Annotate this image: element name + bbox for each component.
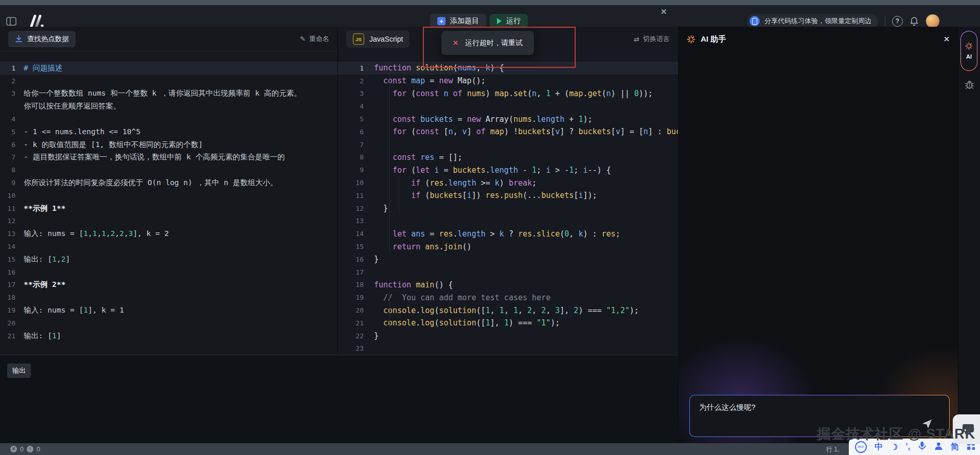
line-number: 10 — [0, 192, 24, 199]
line-number: 10 — [338, 179, 374, 187]
app-logo[interactable] — [28, 14, 44, 28]
indent-guide — [399, 176, 399, 214]
code-line: - 题目数据保证答案唯一，换句话说，数组中前 k 个高频元素的集合是唯一的 — [24, 152, 337, 162]
line-number: 19 — [0, 306, 24, 314]
line-number: 6 — [338, 128, 374, 136]
problem-panel-header: 查找热点数据 ✎ 重命名 — [0, 27, 337, 51]
editor-line[interactable]: 19输入: nums = [1], k = 1 — [0, 304, 337, 317]
line-number: 15 — [0, 256, 24, 263]
editor-line[interactable]: 8 — [0, 163, 337, 176]
line-number: 13 — [0, 230, 24, 238]
ai-assistant-panel: AI 助手 ✕ — [679, 27, 958, 443]
code-line: 给你一个整数数组 nums 和一个整数 k ，请你返回其中出现频率前 k 高的元… — [24, 88, 337, 98]
rename-button[interactable]: ✎ 重命名 — [300, 34, 329, 44]
line-number: 22 — [338, 332, 374, 340]
language-tab[interactable]: JS JavaScript — [346, 30, 409, 48]
pencil-icon: ✎ — [300, 35, 306, 43]
editor-line[interactable]: 1# 问题描述 — [0, 62, 337, 75]
line-number: 14 — [0, 243, 24, 250]
editor-line[interactable]: 13输入: nums = [1,1,1,2,2,3], k = 2 — [0, 227, 337, 240]
code-line: if (res.length >= k) break; — [374, 178, 678, 188]
line-number: 1 — [0, 64, 24, 72]
editor-line[interactable]: 9你所设计算法的时间复杂度必须优于 O(n log n) ，其中 n 是数组大小… — [0, 176, 337, 189]
dark-mode-icon[interactable]: ☽ — [890, 442, 898, 452]
line-number: 14 — [338, 230, 374, 238]
editor-line[interactable]: 14 — [0, 240, 337, 253]
line-number: 20 — [338, 306, 374, 314]
run-label: 运行 — [506, 16, 521, 26]
ai-spark-icon — [687, 35, 696, 44]
swap-arrows-icon: ⇄ — [634, 35, 639, 43]
errors-icon[interactable]: ✕ — [10, 446, 17, 452]
output-close-icon[interactable]: ✕ — [661, 7, 667, 16]
run-button[interactable]: 运行 — [490, 14, 528, 28]
line-number: 21 — [0, 332, 24, 340]
editor-line[interactable]: 2 — [0, 75, 337, 87]
notifications-bell-icon[interactable] — [910, 16, 919, 26]
output-panel: 输出 — [0, 355, 678, 444]
timeout-toast: ✕ 运行超时，请重试 — [441, 31, 534, 55]
editor-line[interactable]: 22} — [338, 330, 678, 342]
switch-language-button[interactable]: ⇄ 切换语言 — [634, 34, 670, 44]
editor-line[interactable]: 18 — [0, 291, 337, 304]
line-number: 17 — [338, 268, 374, 276]
user-avatar[interactable] — [925, 14, 940, 28]
line-number: 16 — [0, 268, 24, 276]
line-number: 8 — [0, 166, 24, 174]
editor-line[interactable]: 3给你一个整数数组 nums 和一个整数 k ，请你返回其中出现频率前 k 高的… — [0, 87, 337, 100]
code-line: } — [374, 331, 678, 340]
editor-line[interactable]: 4 — [0, 113, 337, 125]
gift-icon — [750, 16, 760, 26]
ai-panel-close-icon[interactable]: ✕ — [943, 35, 950, 43]
line-number: 4 — [338, 102, 374, 110]
add-problem-button[interactable]: + 添加题目 — [430, 14, 486, 28]
code-line: **示例 2** — [24, 280, 337, 289]
code-line: // You can add more test cases here — [374, 293, 678, 302]
editor-line[interactable]: 17 — [338, 266, 678, 279]
editor-line[interactable]: 16 — [0, 266, 337, 279]
line-number: 1 — [338, 64, 374, 72]
debug-bug-icon[interactable] — [964, 79, 975, 90]
ai-spark-icon — [965, 42, 973, 50]
help-icon[interactable]: ? — [892, 16, 903, 27]
editor-line[interactable]: 20 — [0, 317, 337, 330]
rename-label: 重命名 — [309, 34, 329, 44]
problem-title: 查找热点数据 — [27, 34, 69, 44]
editor-line[interactable]: 10 — [0, 189, 337, 202]
indent-guide — [389, 292, 390, 329]
editor-line[interactable]: 17**示例 2** — [0, 279, 337, 292]
code-line: return ans.join() — [374, 242, 678, 251]
line-number: 3 — [338, 89, 374, 97]
editor-line[interactable]: 16} — [338, 253, 678, 266]
indent-guide — [389, 75, 390, 253]
ai-assistant-toggle[interactable]: AI — [960, 31, 977, 71]
line-number: 18 — [338, 281, 374, 288]
output-tab[interactable]: 输出 — [7, 363, 31, 378]
toast-message: 运行超时，请重试 — [465, 39, 523, 48]
line-number: 11 — [338, 192, 374, 199]
code-line: for (const n of nums) map.set(n, 1 + (ma… — [374, 89, 678, 98]
sidebar-toggle-icon[interactable] — [6, 17, 16, 26]
error-count: 0 — [20, 446, 24, 453]
editor-line[interactable]: 7- 题目数据保证答案唯一，换句话说，数组中前 k 个高频元素的集合是唯一的 — [0, 151, 337, 164]
javascript-logo-icon: JS — [353, 33, 364, 45]
editor-line[interactable]: 15输出: [1,2] — [0, 253, 337, 266]
line-number: 4 — [0, 115, 24, 123]
line-number: 23 — [338, 344, 374, 352]
code-line: let ans = res.length > k ? res.slice(0, … — [374, 229, 678, 239]
editor-line[interactable]: 23 — [338, 342, 678, 355]
editor-line[interactable]: 21输出: [1] — [0, 330, 337, 342]
problem-markdown-editor[interactable]: 1# 问题描述23给你一个整数数组 nums 和一个整数 k ，请你返回其中出现… — [0, 51, 337, 355]
editor-line[interactable]: 11**示例 1** — [0, 202, 337, 215]
editor-line[interactable]: 5- 1 <= nums.length <= 10^5 — [0, 125, 337, 138]
editor-line[interactable]: 18function main() { — [338, 279, 678, 292]
warnings-icon[interactable]: ! — [27, 446, 33, 452]
line-number: 5 — [338, 115, 374, 123]
editor-line[interactable]: 12 — [0, 215, 337, 228]
problem-title-badge[interactable]: 查找热点数据 — [8, 31, 76, 47]
punctuation-icon[interactable]: ’, — [905, 442, 910, 451]
editor-line[interactable]: 你可以按任意顺序返回答案。 — [0, 100, 337, 113]
editor-line[interactable]: 6- k 的取值范围是 [1, 数组中不相同的元素的个数] — [0, 138, 337, 151]
ai-panel-header: AI 助手 ✕ — [679, 27, 958, 51]
line-number: 5 — [0, 128, 24, 136]
